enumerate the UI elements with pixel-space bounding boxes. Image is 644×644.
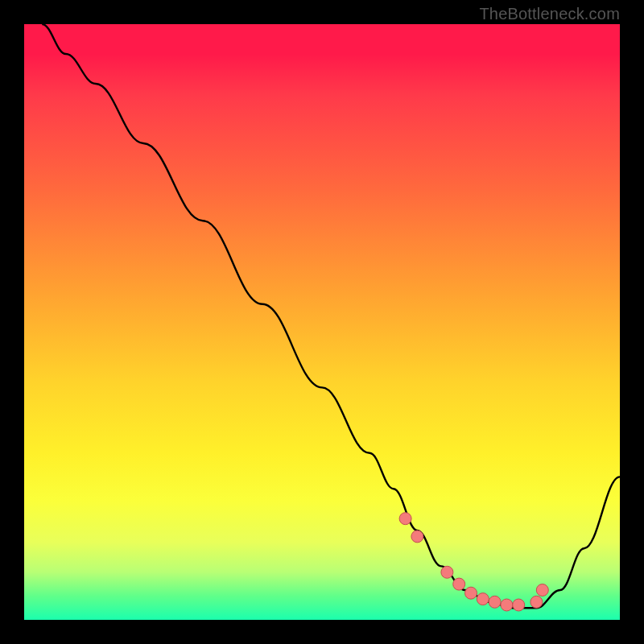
marker-point xyxy=(513,599,525,611)
marker-point xyxy=(477,593,489,605)
marker-point xyxy=(411,530,423,543)
marker-point xyxy=(453,578,465,590)
marker-point xyxy=(489,596,501,608)
marker-group xyxy=(399,513,548,611)
marker-point xyxy=(399,513,411,525)
marker-point xyxy=(536,584,548,597)
curve-layer xyxy=(24,24,620,620)
attribution-text: TheBottleneck.com xyxy=(479,5,620,23)
marker-point xyxy=(530,596,543,608)
bottleneck-curve xyxy=(42,24,620,608)
marker-point xyxy=(441,566,453,578)
marker-point xyxy=(465,587,477,599)
marker-point xyxy=(501,599,513,611)
